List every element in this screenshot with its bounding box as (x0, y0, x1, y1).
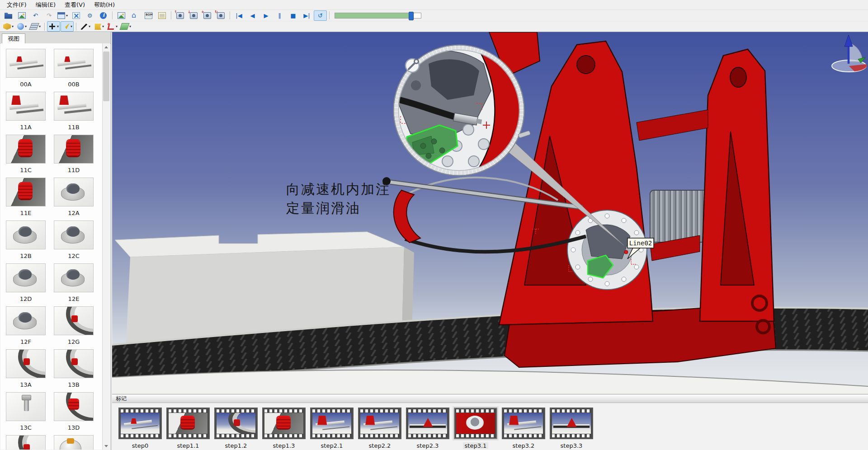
snapshot-button[interactable] (115, 10, 128, 21)
view-thumbnail[interactable]: 12B (6, 220, 46, 263)
move-tool-button[interactable]: ▾ (47, 21, 60, 32)
scroll-up-arrow[interactable] (103, 43, 110, 51)
view-thumbnail[interactable] (6, 435, 46, 450)
first-frame-button[interactable]: |◀ (232, 10, 245, 21)
view-thumbnail-image[interactable] (6, 220, 46, 249)
text-note-button[interactable]: ▾ (92, 21, 105, 32)
animation-step[interactable]: step3.3 (550, 408, 593, 449)
pause-button[interactable]: ‖ (273, 10, 286, 21)
undo-button[interactable]: ↶ (29, 10, 42, 21)
animation-step-thumbnail[interactable] (118, 408, 162, 439)
animation-step-thumbnail[interactable] (502, 408, 545, 439)
erase-markup-button[interactable]: ▾ (119, 21, 132, 32)
chevron-down-icon[interactable]: ▾ (57, 24, 59, 28)
camera-add-button[interactable]: ↑ (174, 10, 187, 21)
display-mode-button[interactable]: ▾ (56, 10, 69, 21)
play-button[interactable]: ▶ (259, 10, 273, 21)
animation-step-thumbnail[interactable] (166, 408, 210, 439)
animation-step-thumbnail[interactable] (214, 408, 258, 439)
animation-step-thumbnail[interactable] (262, 408, 306, 439)
animation-step[interactable]: step2.2 (358, 408, 401, 449)
loop-button[interactable]: ↺ (314, 10, 327, 21)
view-thumbnail-image[interactable] (6, 135, 46, 164)
animation-step[interactable]: step1.2 (214, 408, 258, 449)
bom-button[interactable]: BOM (142, 10, 155, 21)
view-thumbnail[interactable]: 11C (6, 135, 46, 178)
view-thumbnail[interactable]: 11B (54, 92, 94, 135)
stop-button[interactable]: ■ (287, 10, 300, 21)
view-thumbnail[interactable]: 12A (54, 178, 94, 220)
view-thumbnail-image[interactable] (54, 435, 94, 450)
notes-button[interactable] (156, 10, 169, 21)
chevron-down-icon[interactable]: ▾ (25, 24, 27, 28)
animation-step[interactable]: step2.3 (406, 408, 449, 449)
camera-insert-button[interactable]: + (201, 10, 214, 21)
explode-view-button[interactable]: ▾ (2, 21, 15, 32)
section-view-button[interactable]: ▾ (29, 21, 42, 32)
sidebar-scrollbar[interactable] (102, 43, 110, 450)
prev-frame-button[interactable]: ◀ (246, 10, 259, 21)
open-button[interactable] (2, 10, 15, 21)
view-thumbnail[interactable]: 11A (6, 92, 46, 135)
animation-step[interactable]: step3.1 (454, 408, 497, 449)
view-thumbnail-image[interactable] (54, 92, 94, 121)
animation-step-thumbnail[interactable] (454, 408, 497, 439)
view-thumbnail-image[interactable] (6, 306, 46, 335)
scroll-down-arrow[interactable] (103, 442, 110, 450)
view-thumbnail-image[interactable] (54, 178, 94, 206)
view-thumbnail-image[interactable] (6, 49, 46, 78)
view-thumbnail-image[interactable] (54, 349, 94, 378)
view-thumbnail-image[interactable] (6, 349, 46, 378)
menu-file[interactable]: 文件(F) (3, 0, 31, 10)
view-thumbnail-image[interactable] (6, 392, 46, 421)
view-thumbnail[interactable]: 12C (54, 220, 94, 263)
viewport-3d[interactable]: Line02 向减速机内加注 定量润滑油 (112, 32, 868, 394)
view-thumbnail-image[interactable] (6, 435, 46, 450)
chevron-down-icon[interactable]: ▾ (116, 24, 118, 28)
animation-step-thumbnail[interactable] (358, 408, 401, 439)
view-thumbnail[interactable]: 12G (54, 306, 94, 349)
animation-step-thumbnail[interactable] (310, 408, 354, 439)
view-thumbnail-image[interactable] (6, 92, 46, 121)
scrollbar-thumb[interactable] (103, 52, 109, 101)
view-thumbnail-image[interactable] (54, 392, 94, 421)
progress-handle[interactable] (409, 12, 414, 20)
chevron-down-icon[interactable]: ▾ (66, 14, 68, 18)
dimension-button[interactable]: ▾ (106, 21, 119, 32)
animation-progress-slider[interactable] (335, 13, 421, 19)
animation-step-thumbnail[interactable] (406, 408, 449, 439)
environment-button[interactable]: ▾ (15, 21, 28, 32)
save-image-button[interactable] (15, 10, 28, 21)
menu-help[interactable]: 帮助(H) (90, 0, 119, 10)
view-thumbnail[interactable]: 13C (6, 392, 46, 435)
menu-view[interactable]: 查看(V) (61, 0, 89, 10)
info-button[interactable] (97, 10, 110, 21)
view-thumbnail[interactable] (54, 435, 94, 450)
view-thumbnail[interactable]: 13B (54, 349, 94, 392)
chevron-down-icon[interactable]: ▾ (12, 24, 14, 28)
view-thumbnail[interactable]: 12D (6, 263, 46, 306)
measure-tool-button[interactable]: ▾ (61, 21, 74, 32)
view-thumbnail[interactable]: 12F (6, 306, 46, 349)
chevron-down-icon[interactable]: ▾ (129, 24, 131, 28)
view-thumbnail-image[interactable] (54, 135, 94, 164)
view-thumbnail[interactable]: 13D (54, 392, 94, 435)
camera-refresh-button[interactable]: ↻ (214, 10, 227, 21)
chevron-down-icon[interactable]: ▾ (89, 24, 90, 28)
animation-step[interactable]: step1.1 (166, 408, 210, 449)
settings-button[interactable]: ⚙ (83, 10, 96, 21)
tab-views[interactable]: 视图 (2, 33, 25, 44)
view-thumbnail-image[interactable] (6, 263, 46, 292)
view-thumbnail-image[interactable] (54, 306, 94, 335)
animation-step[interactable]: step3.2 (502, 408, 545, 449)
camera-update-button[interactable]: ↓ (187, 10, 200, 21)
view-thumbnail-image[interactable] (54, 49, 94, 78)
last-frame-button[interactable]: ▶| (300, 10, 313, 21)
view-thumbnail-image[interactable] (6, 178, 46, 206)
draw-tool-button[interactable]: ▾ (79, 21, 92, 32)
view-thumbnail-image[interactable] (54, 220, 94, 249)
view-thumbnail[interactable]: 12E (54, 263, 94, 306)
view-thumbnail[interactable]: 11D (54, 135, 94, 178)
chevron-down-icon[interactable]: ▾ (102, 24, 104, 28)
view-thumbnail[interactable]: 13A (6, 349, 46, 392)
